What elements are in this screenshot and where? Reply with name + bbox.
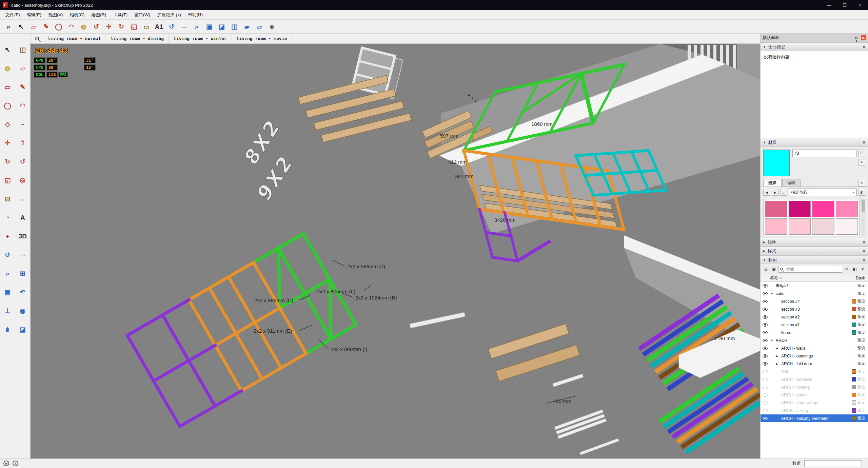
tag-color-chip[interactable] [852,377,856,382]
visibility-toggle[interactable] [763,315,768,319]
tag-row[interactable]: ▶ ARCH - openings 预设 [761,352,868,360]
components-header[interactable]: ▶ 组件 ✖ [761,238,868,247]
materials-close-icon[interactable]: ✖ [863,140,866,145]
tag-color-chip[interactable] [852,401,856,405]
zoom-extents-tool[interactable]: ▣ [2,286,13,298]
orbit-tool[interactable]: ↺ [2,249,13,260]
back-button[interactable]: ◀ [763,189,770,196]
tag-row[interactable]: ▼ ARCH 预设 [761,336,868,344]
dash-style[interactable]: 预设 [857,408,867,413]
eraser-tool[interactable]: ▱ [17,62,28,74]
zoom-extents-tool[interactable]: ▣ [203,21,215,32]
dash-style[interactable]: 预设 [857,299,867,304]
tag-search-input[interactable] [778,266,842,273]
close-button[interactable]: × [852,0,868,10]
walk-tool[interactable]: ⋔ [2,324,13,335]
menu-item[interactable]: 视图(V) [45,10,66,20]
tag-color-chip[interactable] [852,416,856,421]
tags-header[interactable]: ▼ 标记 ✖ [761,255,868,264]
in-model-icon[interactable]: ⌂ [780,189,787,196]
expander-icon[interactable]: ▼ [770,292,774,295]
tags-close-icon[interactable]: ✖ [863,258,866,262]
tag-row[interactable]: floors 预设 [761,329,868,336]
dash-style[interactable]: 预设 [857,291,867,296]
expand-icon[interactable]: ▶ [763,249,765,253]
tag-row[interactable]: section #3 预设 [761,305,868,313]
rotate-tool[interactable]: ↻ [116,21,127,32]
expander-icon[interactable]: ▶ [776,362,780,366]
visibility-toggle[interactable] [763,393,768,397]
tag-row[interactable]: ARCH - door swings 预设 [761,399,868,407]
scene-tab[interactable]: living room - movie [232,34,292,44]
tag-color-chip[interactable] [852,408,856,413]
pan-tool[interactable]: ⇔ [17,249,28,260]
scale-tool[interactable]: ◱ [2,174,13,186]
color-swatch[interactable] [812,218,834,235]
paint-bucket-tool[interactable]: ◍ [78,21,90,32]
tag-color-chip[interactable] [852,369,856,374]
dash-style[interactable]: 预设 [857,338,867,343]
viewport-3d[interactable]: 8X2 9X2 [31,44,760,459]
color-swatch[interactable] [765,201,787,217]
dash-style[interactable]: 预设 [857,322,867,327]
tag-color-chip[interactable] [852,330,856,335]
expander-icon[interactable]: ▼ [770,339,774,342]
palette-scrollbar[interactable] [861,199,865,236]
tag-row[interactable]: 未标记 预设 [761,282,868,290]
zoom-tool[interactable]: ⌕ [2,268,13,279]
search-tool[interactable]: ⌕ [3,21,14,32]
dash-style[interactable]: 预设 [857,330,867,335]
tray-close-button[interactable]: ✖ [861,35,866,40]
styles-header[interactable]: ▶ 样式 ✖ [761,247,868,255]
move-tool[interactable]: ✛ [103,21,115,32]
paint-bucket-tool[interactable]: ◍ [2,62,13,74]
user-account-button[interactable]: ☻ [266,21,278,32]
dimension-tool[interactable]: ↔ [17,193,28,204]
color-swatch[interactable] [836,218,858,235]
collapse-icon[interactable]: ▼ [763,258,766,261]
visibility-toggle[interactable] [763,331,768,334]
menu-item[interactable]: 编辑(E) [23,10,45,20]
tape-measure-tool[interactable]: ▭ [141,21,152,32]
menu-item[interactable]: 窗口(W) [131,10,154,20]
color-swatch[interactable] [789,201,811,217]
visibility-toggle[interactable] [763,362,768,366]
minimize-button[interactable]: — [821,0,837,10]
dash-style[interactable]: 预设 [857,353,867,358]
tag-row[interactable]: ▶ ARCH - walls 预设 [761,344,868,352]
tag-color-chip[interactable] [852,307,856,311]
line-tool[interactable]: ✎ [17,81,28,93]
visibility-toggle[interactable] [763,354,768,358]
scene-tab[interactable]: living room - winter [169,34,232,44]
dash-style[interactable]: 预设 [857,400,867,405]
pencil-icon[interactable]: ✎ [844,266,850,272]
menu-item[interactable]: 扩展程序 (x) [154,10,184,20]
sample-paint-button[interactable]: ✎ [859,159,865,166]
3d-text-tool[interactable]: 3D [17,230,28,242]
dash-style[interactable]: 预设 [857,385,867,390]
tag-row[interactable]: ARCH - doors 预设 [761,391,868,399]
tray-header[interactable]: 默认面板 ✖ [761,34,868,42]
materials-header[interactable]: ▼ 材质 ✖ [761,138,868,147]
arc-tool[interactable]: ◠ [17,100,28,111]
freehand-tool[interactable]: ~ [17,118,28,130]
visibility-toggle[interactable] [763,409,768,412]
tag-color-chip[interactable] [852,315,856,319]
visibility-toggle[interactable] [763,417,768,420]
offset-tool[interactable]: ◎ [17,174,28,186]
axes-tool[interactable]: + [2,230,13,242]
display-section-cuts-tool[interactable]: ▰ [241,21,253,32]
dash-style[interactable]: 预设 [857,314,867,319]
dash-style[interactable]: 预设 [857,369,867,374]
dash-style[interactable]: 预设 [857,392,867,397]
tab-edit[interactable]: 编辑 [782,179,801,187]
display-section-planes-tool[interactable]: ◫ [229,21,240,32]
color-swatch[interactable] [836,201,858,217]
expander-icon[interactable]: ▶ [776,347,780,350]
tag-color-chip[interactable] [852,385,856,389]
tag-color-chip[interactable] [852,299,856,304]
components-close-icon[interactable]: ✖ [863,240,866,245]
visibility-toggle[interactable] [763,323,768,327]
visibility-toggle[interactable] [763,386,768,389]
text-tool[interactable]: A [17,212,28,223]
